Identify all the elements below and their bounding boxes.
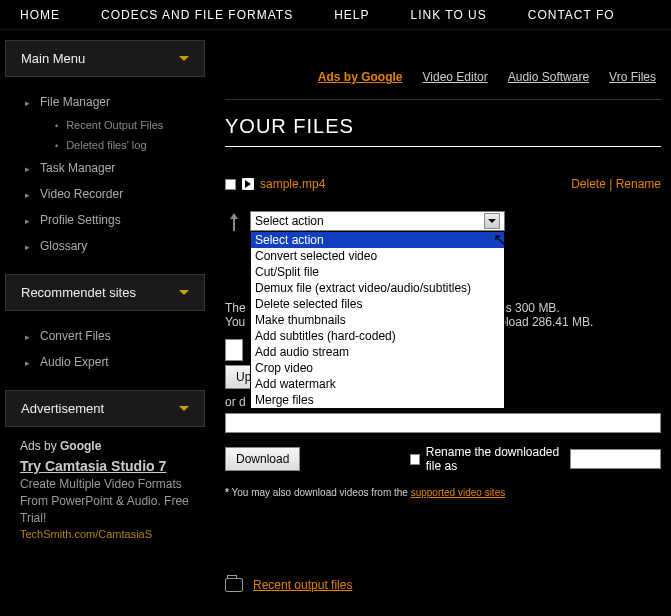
option-audio-stream[interactable]: Add audio stream: [251, 344, 504, 360]
main-menu-header[interactable]: Main Menu: [5, 40, 205, 77]
sidebar-item-video-recorder[interactable]: Video Recorder: [25, 181, 205, 207]
rec-sites-header[interactable]: Recommendet sites: [5, 274, 205, 311]
option-crop[interactable]: Crop video: [251, 360, 504, 376]
sidebar-item-convert-files[interactable]: Convert Files: [25, 323, 205, 349]
select-current-value: Select action: [255, 214, 324, 228]
supported-sites-link[interactable]: supported video sites: [411, 487, 506, 498]
nav-contact[interactable]: CONTACT FO: [508, 0, 636, 29]
footnote: * You may also download videos from the …: [225, 487, 661, 498]
rename-check-label: Rename the downloaded file as: [426, 445, 564, 473]
chevron-down-icon: [179, 56, 189, 61]
ads-by-google-link[interactable]: Ads by Google: [318, 70, 403, 84]
file-input[interactable]: [225, 339, 243, 361]
rec-sites-title: Recommendet sites: [21, 285, 136, 300]
top-nav: HOME CODECS AND FILE FORMATS HELP LINK T…: [0, 0, 671, 30]
nav-link-to-us[interactable]: LINK TO US: [391, 0, 508, 29]
delete-link[interactable]: Delete: [571, 177, 606, 191]
option-cut-split[interactable]: Cut/Split file: [251, 264, 504, 280]
nav-codecs[interactable]: CODECS AND FILE FORMATS: [81, 0, 314, 29]
action-select-wrap: Select action Select action Convert sele…: [250, 211, 661, 231]
chevron-down-icon: [179, 290, 189, 295]
ad-body-text: Create Multiple Video Formats From Power…: [5, 474, 205, 528]
action-select[interactable]: Select action: [250, 211, 505, 231]
option-convert[interactable]: Convert selected video: [251, 248, 504, 264]
option-watermark[interactable]: Add watermark: [251, 376, 504, 392]
action-dropdown: Select action Convert selected video Cut…: [250, 231, 505, 409]
option-demux[interactable]: Demux file (extract video/audio/subtitle…: [251, 280, 504, 296]
rec-sites-list: Convert Files Audio Expert: [5, 323, 205, 390]
main-menu-title: Main Menu: [21, 51, 85, 66]
main-content: Ads by Google Video Editor Audio Softwar…: [210, 30, 671, 602]
option-select-action[interactable]: Select action: [251, 232, 504, 248]
sidebar-item-file-manager[interactable]: File Manager: [25, 89, 205, 115]
ads-by-google-label: Ads by Google: [5, 439, 205, 458]
recent-output-link[interactable]: Recent output files: [253, 578, 352, 592]
rename-checkbox[interactable]: [410, 454, 419, 465]
arrow-up-icon: [230, 211, 240, 231]
sidebar-item-task-manager[interactable]: Task Manager: [25, 155, 205, 181]
nav-help[interactable]: HELP: [314, 0, 390, 29]
file-actions: Delete | Rename: [571, 177, 661, 191]
main-menu-list: File Manager Recent Output Files Deleted…: [5, 89, 205, 274]
sidebar-sub-recent-output[interactable]: Recent Output Files: [55, 115, 205, 135]
dropdown-button-icon[interactable]: [484, 213, 500, 229]
file-checkbox[interactable]: [225, 179, 236, 190]
download-row: Download Rename the downloaded file as: [225, 445, 661, 473]
advertisement-header[interactable]: Advertisement: [5, 390, 205, 427]
nav-home[interactable]: HOME: [0, 0, 81, 29]
option-thumbnails[interactable]: Make thumbnails: [251, 312, 504, 328]
rename-input[interactable]: [570, 449, 661, 469]
recent-output-row: Recent output files: [225, 578, 661, 592]
option-subtitles[interactable]: Add subtitles (hard-coded): [251, 328, 504, 344]
sidebar-item-glossary[interactable]: Glossary: [25, 233, 205, 259]
adlink-audio-software[interactable]: Audio Software: [508, 70, 589, 84]
sidebar-item-audio-expert[interactable]: Audio Expert: [25, 349, 205, 375]
chevron-down-icon: [179, 406, 189, 411]
option-merge[interactable]: Merge files: [251, 392, 504, 408]
option-delete[interactable]: Delete selected files: [251, 296, 504, 312]
file-name[interactable]: sample.mp4: [260, 177, 325, 191]
rename-link[interactable]: Rename: [616, 177, 661, 191]
page-title: YOUR FILES: [225, 115, 661, 147]
url-input[interactable]: [225, 413, 661, 433]
ad-url[interactable]: TechSmith.com/CamtasiaS: [5, 528, 205, 540]
file-row: sample.mp4 Delete | Rename: [225, 177, 661, 191]
advertisement-title: Advertisement: [21, 401, 104, 416]
ad-links-row: Ads by Google Video Editor Audio Softwar…: [225, 40, 661, 100]
folder-icon: [225, 578, 243, 592]
play-icon[interactable]: [242, 178, 254, 190]
ad-headline-link[interactable]: Try Camtasia Studio 7: [5, 458, 205, 474]
adlink-video-editor[interactable]: Video Editor: [423, 70, 488, 84]
sidebar-sub-deleted-log[interactable]: Deleted files' log: [55, 135, 205, 155]
download-button[interactable]: Download: [225, 447, 300, 471]
adlink-vro-files[interactable]: Vro Files: [609, 70, 656, 84]
sidebar-item-profile-settings[interactable]: Profile Settings: [25, 207, 205, 233]
sidebar: Main Menu File Manager Recent Output Fil…: [0, 30, 210, 602]
